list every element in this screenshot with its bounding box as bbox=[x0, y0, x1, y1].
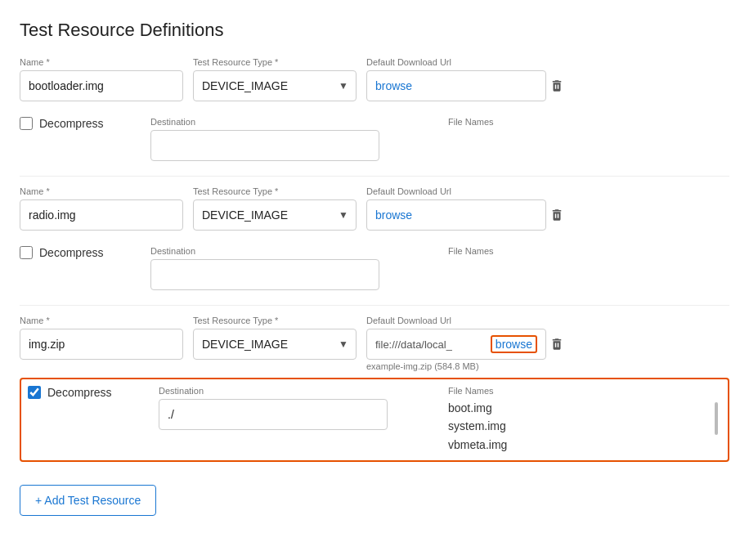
filename-item: boot.img bbox=[448, 399, 721, 417]
resource-section-0: Name * Test Resource Type * DEVICE_IMAGE… bbox=[20, 57, 729, 177]
destination-input-1[interactable] bbox=[150, 259, 379, 290]
type-group-2: Test Resource Type * DEVICE_IMAGEOTA_PAC… bbox=[193, 316, 357, 360]
url-field-wrap-1: browse bbox=[366, 199, 546, 231]
type-select-1[interactable]: DEVICE_IMAGEOTA_PACKAGETEST_PACKAGE bbox=[193, 199, 357, 231]
filenames-section-1: File Names bbox=[448, 246, 729, 259]
resource-top-row-0: Name * Test Resource Type * DEVICE_IMAGE… bbox=[20, 57, 729, 104]
add-test-resource-button[interactable]: + Add Test Resource bbox=[20, 485, 156, 516]
name-group-2: Name * bbox=[20, 316, 183, 360]
filenames-content-2: boot.imgsystem.imgvbmeta.img bbox=[448, 399, 721, 454]
page-title: Test Resource Definitions bbox=[20, 20, 729, 41]
type-label-1: Test Resource Type * bbox=[193, 186, 357, 196]
url-label-1: Default Download Url bbox=[366, 186, 546, 196]
delete-button-2[interactable] bbox=[546, 330, 567, 362]
type-label-0: Test Resource Type * bbox=[193, 57, 357, 67]
resource-fields-1: Name * Test Resource Type * DEVICE_IMAGE… bbox=[20, 186, 546, 231]
name-group-1: Name * bbox=[20, 186, 183, 231]
browse-link-0[interactable]: browse bbox=[375, 79, 412, 92]
filenames-section-2: File Names boot.imgsystem.imgvbmeta.img bbox=[448, 386, 721, 454]
decompress-label-2: Decompress bbox=[47, 386, 112, 399]
destination-input-2[interactable] bbox=[159, 399, 388, 430]
resource-top-row-1: Name * Test Resource Type * DEVICE_IMAGE… bbox=[20, 186, 729, 233]
filenames-label-0: File Names bbox=[448, 117, 729, 127]
decompress-checkbox-1[interactable] bbox=[20, 246, 33, 259]
type-select-wrap-0: DEVICE_IMAGEOTA_PACKAGETEST_PACKAGE ▼ bbox=[193, 70, 357, 101]
filenames-label-1: File Names bbox=[448, 246, 729, 256]
url-label-2: Default Download Url bbox=[366, 316, 546, 325]
type-select-wrap-1: DEVICE_IMAGEOTA_PACKAGETEST_PACKAGE ▼ bbox=[193, 199, 357, 231]
resource-section-2: Name * Test Resource Type * DEVICE_IMAGE… bbox=[20, 316, 729, 462]
resource-top-row-2: Name * Test Resource Type * DEVICE_IMAGE… bbox=[20, 316, 729, 371]
delete-button-0[interactable] bbox=[546, 72, 567, 104]
name-label-0: Name * bbox=[20, 57, 183, 67]
decompress-checkbox-0[interactable] bbox=[20, 117, 33, 130]
destination-section-0: Destination bbox=[150, 117, 432, 161]
resources-container: Name * Test Resource Type * DEVICE_IMAGE… bbox=[20, 57, 729, 462]
name-label-2: Name * bbox=[20, 316, 183, 325]
name-group-0: Name * bbox=[20, 57, 183, 101]
url-value-2: file:///data/local_ bbox=[375, 338, 452, 351]
decompress-checkbox-2[interactable] bbox=[28, 386, 41, 399]
destination-label-1: Destination bbox=[150, 246, 432, 256]
resource-fields-2: Name * Test Resource Type * DEVICE_IMAGE… bbox=[20, 316, 546, 371]
browse-link-2[interactable]: browse bbox=[491, 335, 537, 353]
destination-label-0: Destination bbox=[150, 117, 432, 127]
decompress-row-1: Decompress Destination File Names bbox=[20, 240, 729, 297]
destination-label-2: Destination bbox=[159, 386, 432, 396]
destination-input-0[interactable] bbox=[150, 130, 379, 161]
decompress-section-1: Decompress bbox=[20, 246, 150, 259]
decompress-label-1: Decompress bbox=[39, 246, 104, 259]
name-input-0[interactable] bbox=[20, 70, 183, 101]
decompress-row-2: Decompress Destination File Names boot.i… bbox=[20, 378, 729, 462]
type-group-1: Test Resource Type * DEVICE_IMAGEOTA_PAC… bbox=[193, 186, 357, 231]
name-label-1: Name * bbox=[20, 186, 183, 196]
filenames-section-0: File Names bbox=[448, 117, 729, 130]
browse-link-1[interactable]: browse bbox=[375, 208, 412, 222]
resource-fields-0: Name * Test Resource Type * DEVICE_IMAGE… bbox=[20, 57, 546, 101]
decompress-section-2: Decompress bbox=[28, 386, 159, 399]
url-group-2: Default Download Url file:///data/local_… bbox=[366, 316, 546, 371]
delete-button-1[interactable] bbox=[546, 201, 567, 233]
decompress-row-0: Decompress Destination File Names bbox=[20, 110, 729, 168]
destination-section-2: Destination bbox=[159, 386, 432, 430]
scrollbar-2[interactable] bbox=[715, 402, 718, 435]
url-field-wrap-0: browse bbox=[366, 70, 546, 101]
name-input-1[interactable] bbox=[20, 199, 183, 231]
url-label-0: Default Download Url bbox=[366, 57, 546, 67]
url-hint-2: example-img.zip (584.8 MB) bbox=[366, 361, 546, 371]
destination-section-1: Destination bbox=[150, 246, 432, 290]
url-group-1: Default Download Url browse bbox=[366, 186, 546, 231]
decompress-label-0: Decompress bbox=[39, 117, 104, 130]
type-group-0: Test Resource Type * DEVICE_IMAGEOTA_PAC… bbox=[193, 57, 357, 101]
resource-section-1: Name * Test Resource Type * DEVICE_IMAGE… bbox=[20, 186, 729, 306]
type-select-2[interactable]: DEVICE_IMAGEOTA_PACKAGETEST_PACKAGE bbox=[193, 329, 357, 360]
type-label-2: Test Resource Type * bbox=[193, 316, 357, 325]
url-field-wrap-2: file:///data/local_ browse bbox=[366, 329, 546, 360]
decompress-section-0: Decompress bbox=[20, 117, 150, 130]
type-select-wrap-2: DEVICE_IMAGEOTA_PACKAGETEST_PACKAGE ▼ bbox=[193, 329, 357, 360]
name-input-2[interactable] bbox=[20, 329, 183, 360]
type-select-0[interactable]: DEVICE_IMAGEOTA_PACKAGETEST_PACKAGE bbox=[193, 70, 357, 101]
filenames-label-2: File Names bbox=[448, 386, 721, 396]
url-group-0: Default Download Url browse bbox=[366, 57, 546, 101]
filename-item: system.img bbox=[448, 417, 721, 435]
filename-item: vbmeta.img bbox=[448, 436, 721, 454]
